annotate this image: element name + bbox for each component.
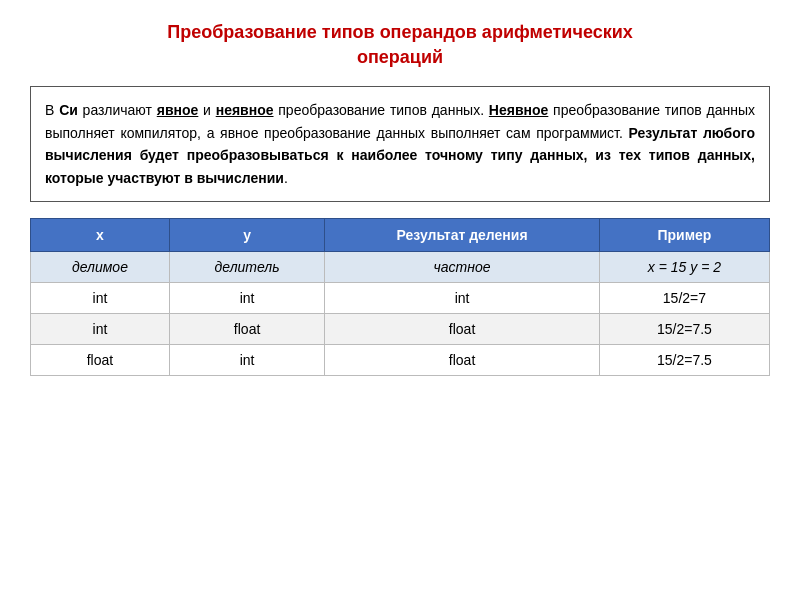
cell-example-0: x = 15 y = 2 [599,251,769,282]
explicit-text: явное [157,102,199,118]
col-header-x: x [31,218,170,251]
cell-example-1: 15/2=7 [599,282,769,313]
cell-example-3: 15/2=7.5 [599,344,769,375]
implicit-text2: Неявное [489,102,548,118]
cell-result-2: float [325,313,600,344]
table-row: int float float 15/2=7.5 [31,313,770,344]
cell-x-1: int [31,282,170,313]
cell-example-2: 15/2=7.5 [599,313,769,344]
cell-result-1: int [325,282,600,313]
table-row: int int int 15/2=7 [31,282,770,313]
col-header-y: y [169,218,324,251]
cell-x-0: делимое [31,251,170,282]
table-row: float int float 15/2=7.5 [31,344,770,375]
page-title: Преобразование типов операндов арифметич… [30,20,770,70]
col-header-example: Пример [599,218,769,251]
col-header-result: Результат деления [325,218,600,251]
table-wrapper: x y Результат деления Пример делимое дел… [30,218,770,376]
page: Преобразование типов операндов арифметич… [0,0,800,600]
table-row: делимое делитель частное x = 15 y = 2 [31,251,770,282]
conversion-table: x y Результат деления Пример делимое дел… [30,218,770,376]
description-box: В Си различают явное и неявное преобразо… [30,86,770,202]
cell-y-1: int [169,282,324,313]
cell-result-3: float [325,344,600,375]
table-header-row: x y Результат деления Пример [31,218,770,251]
cell-y-2: float [169,313,324,344]
cell-x-2: int [31,313,170,344]
implicit-text: неявное [216,102,274,118]
cell-result-0: частное [325,251,600,282]
cell-y-3: int [169,344,324,375]
cell-y-0: делитель [169,251,324,282]
cell-x-3: float [31,344,170,375]
result-text: Результат любого вычисления будет преобр… [45,125,755,186]
si-text: Си [59,102,78,118]
